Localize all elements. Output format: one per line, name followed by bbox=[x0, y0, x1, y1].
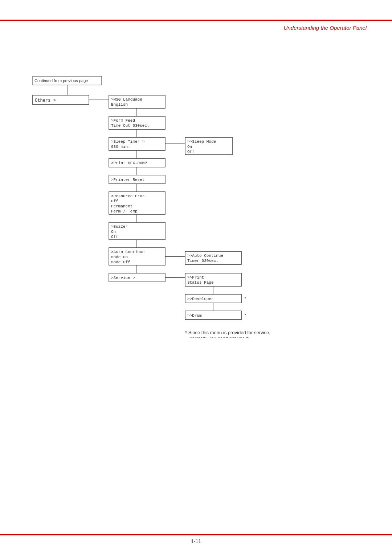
svg-text:Off: Off bbox=[111, 235, 118, 239]
svg-text:Status Page: Status Page bbox=[187, 280, 214, 285]
diagram: Continued from previous page Others > >M… bbox=[22, 40, 356, 338]
svg-text:>Sleep Timer   >: >Sleep Timer > bbox=[111, 139, 144, 144]
svg-text:>>Auto Continue: >>Auto Continue bbox=[187, 254, 223, 258]
svg-text:normally you need not use it.: normally you need not use it. bbox=[189, 336, 250, 338]
svg-text:>Resource Prot.: >Resource Prot. bbox=[111, 194, 147, 198]
svg-text:English: English bbox=[111, 102, 128, 107]
svg-text:>Service         >: >Service > bbox=[111, 276, 135, 280]
page-number: 1-11 bbox=[191, 538, 201, 544]
svg-text:030 min.: 030 min. bbox=[111, 145, 130, 149]
top-rule bbox=[0, 20, 392, 21]
svg-text:*: * bbox=[245, 313, 246, 317]
svg-text:>Buzzer: >Buzzer bbox=[111, 224, 128, 229]
bottom-rule bbox=[0, 534, 392, 535]
svg-text:>Print HEX-DUMP: >Print HEX-DUMP bbox=[111, 161, 147, 165]
svg-text:On: On bbox=[187, 145, 192, 149]
svg-text:Others            >: Others > bbox=[35, 98, 56, 103]
svg-text:* Since this menu is provided : * Since this menu is provided for servic… bbox=[185, 330, 270, 335]
svg-text:Time Out 030sec.: Time Out 030sec. bbox=[111, 123, 150, 128]
svg-text:>Printer Reset: >Printer Reset bbox=[111, 178, 144, 182]
svg-text:Permanent: Permanent bbox=[111, 204, 132, 208]
svg-text:>>Sleep Mode: >>Sleep Mode bbox=[187, 139, 216, 144]
svg-text:*: * bbox=[245, 296, 246, 301]
svg-text:>Auto Continue: >Auto Continue bbox=[111, 250, 144, 254]
header-title: Understanding the Operator Panel bbox=[284, 25, 367, 31]
svg-text:Off: Off bbox=[111, 199, 118, 203]
svg-text:>Form Feed: >Form Feed bbox=[111, 118, 135, 123]
svg-text:>MSG Language: >MSG Language bbox=[111, 97, 142, 102]
svg-text:Continued from previous page: Continued from previous page bbox=[34, 78, 88, 83]
svg-text:Off: Off bbox=[187, 150, 195, 154]
svg-text:Perm / Temp: Perm / Temp bbox=[111, 209, 138, 214]
svg-text:>>Developer: >>Developer bbox=[187, 297, 214, 301]
svg-text:>>Print: >>Print bbox=[187, 275, 204, 280]
svg-text:Timer 030sec.: Timer 030sec. bbox=[187, 259, 219, 263]
svg-text:On: On bbox=[111, 230, 116, 234]
svg-text:Mode  On: Mode On bbox=[111, 255, 128, 259]
svg-text:>>Drum: >>Drum bbox=[187, 313, 202, 318]
svg-text:Mode  Off: Mode Off bbox=[111, 260, 130, 264]
